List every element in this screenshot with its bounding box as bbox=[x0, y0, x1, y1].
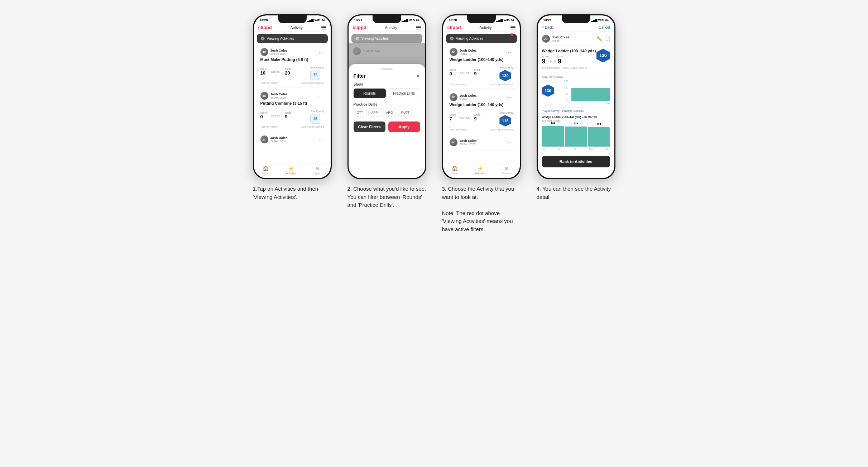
nav-capture-1[interactable]: ⊕ Capture bbox=[313, 166, 322, 175]
nav-capture-label-1: Capture bbox=[313, 172, 322, 175]
practice-session-link[interactable]: Practice Session bbox=[562, 109, 584, 113]
arg-drill-btn[interactable]: ARG bbox=[383, 109, 397, 116]
battery-icon-2: 84 bbox=[416, 19, 419, 22]
settings-icon-2: ⚙️ bbox=[355, 37, 359, 40]
viewing-bar-3[interactable]: ⚙️ Viewing Activities bbox=[446, 34, 517, 43]
bar-chart bbox=[571, 80, 610, 101]
session-bar-chart: 132 129 124 bbox=[542, 124, 610, 147]
activity-card-3-3[interactable]: JC Josh Coles 28 Feb 2023 ··· bbox=[446, 135, 517, 151]
apply-btn[interactable]: Apply bbox=[388, 121, 420, 132]
chart-hexagon: 130 bbox=[542, 85, 554, 97]
app-drill-btn[interactable]: APP bbox=[368, 109, 381, 116]
home-icon-3: 🏠 bbox=[452, 166, 458, 171]
detail-outof: OUT OF bbox=[547, 60, 556, 63]
shots-label-1-1: Shots bbox=[285, 68, 291, 70]
card-footer-1-2: Test Information Data: Clippd Capture bbox=[260, 125, 324, 128]
back-to-activities-btn[interactable]: Back to Activities bbox=[542, 156, 610, 167]
viewing-bar-2-bg: ⚙️ Viewing Activities bbox=[349, 34, 425, 43]
outof-1-2: OUT OF bbox=[271, 114, 280, 117]
phone-2-frame: 13:21 ▂▄▆ WiFi 84 clippd Activity bbox=[347, 14, 426, 179]
card-user-3-1: JC Josh Coles Today bbox=[450, 48, 477, 56]
activity-card-1-3[interactable]: JC Josh Coles 28 Feb 2023 ··· bbox=[257, 133, 328, 148]
nav-activities-1[interactable]: ⚡ Activities bbox=[286, 166, 296, 175]
detail-user-date: Today bbox=[552, 39, 569, 42]
sq-badge-3-2: 118 bbox=[499, 115, 511, 127]
menu-icon-2[interactable] bbox=[416, 26, 421, 29]
nav-capture-3[interactable]: ⊕ Capture bbox=[502, 166, 511, 175]
rounds-toggle[interactable]: Rounds bbox=[354, 89, 386, 98]
modal-handle bbox=[381, 68, 393, 70]
phone-3-screen: 13:20 ▂▄▆ WiFi 84 clippd Activity bbox=[443, 15, 520, 178]
phone-2-column: 13:21 ▂▄▆ WiFi 84 clippd Activity bbox=[344, 14, 430, 209]
capture-icon-1: ⊕ bbox=[315, 166, 320, 171]
shots-group-1-1: Shots 20 bbox=[285, 68, 291, 76]
shotquality-wrap-1-2: Shot Quality 45 bbox=[310, 107, 324, 124]
more-icon-1-2[interactable]: ··· bbox=[319, 93, 324, 99]
caption-1: 1.Tap on Activities and then 'Viewing Ac… bbox=[253, 185, 332, 201]
detail-score-section: Wedge Ladder (100–140 yds) Score Shots 9… bbox=[538, 46, 614, 72]
more-icon-1-1[interactable]: ··· bbox=[319, 49, 324, 55]
phone-1-screen: 13:20 ▂▄▆ WiFi 84 clippd Activity bbox=[254, 15, 331, 178]
activity-card-1-2[interactable]: JC Josh Coles 28 Feb 2023 ··· Putting Co… bbox=[257, 89, 328, 131]
user-name-1-1: Josh Coles bbox=[270, 49, 288, 52]
viewing-bar-2: ⚙️ Viewing Activities bbox=[351, 34, 422, 43]
close-icon-filter[interactable]: ✕ bbox=[416, 73, 420, 79]
user-date-1-2: 28 Feb 2023 bbox=[270, 96, 288, 99]
avatar-1-1: JC bbox=[260, 48, 268, 56]
battery-icon-4: 84 bbox=[605, 19, 609, 22]
cancel-button[interactable]: Cancel bbox=[599, 25, 610, 29]
edit-icon[interactable]: ✏️ bbox=[597, 36, 603, 42]
shots-value-1-2: 9 bbox=[285, 114, 291, 119]
filter-title: Filter bbox=[354, 73, 366, 79]
nav-home-1[interactable]: 🏠 Home bbox=[262, 166, 269, 175]
card-title-1-2: Putting Combine (3-15 ft) bbox=[260, 101, 324, 105]
back-button[interactable]: < Back bbox=[542, 25, 553, 29]
sq-badge-1-1: 75 bbox=[310, 70, 320, 80]
status-time-1: 13:20 bbox=[260, 18, 268, 22]
filter-modal: Filter ✕ Show Rounds Practice Drills Pra… bbox=[349, 64, 425, 178]
phone-1-column: 13:20 ▂▄▆ WiFi 84 clippd Activity bbox=[249, 14, 335, 201]
menu-icon-1[interactable] bbox=[321, 26, 326, 29]
drill-buttons-row: OTT APP ARG PUTT bbox=[354, 109, 420, 116]
user-info-3-1: Josh Coles Today bbox=[460, 49, 477, 56]
activity-card-1-1[interactable]: JC Josh Coles 28 Feb 2023 ··· Must Make … bbox=[257, 45, 328, 87]
activity-card-3-2[interactable]: JC Josh Coles Today ··· Wedge Ladder (10… bbox=[446, 90, 517, 134]
activity-card-3-1[interactable]: JC Josh Coles Today ··· Wedge Ladder (10… bbox=[446, 45, 517, 89]
clear-filters-btn[interactable]: Clear Filters bbox=[354, 121, 385, 132]
expand-icon[interactable]: ⛶ bbox=[605, 36, 610, 42]
more-icon-1-3[interactable]: ··· bbox=[319, 137, 324, 142]
card-header-1-2: JC Josh Coles 28 Feb 2023 ··· bbox=[260, 92, 324, 100]
wifi-icon-3: WiFi bbox=[504, 19, 510, 22]
score-label-4: Score bbox=[542, 55, 548, 58]
menu-icon-3[interactable] bbox=[510, 26, 515, 29]
detail-score: 9 bbox=[542, 58, 546, 65]
footer-left-1-2: Test Information bbox=[260, 125, 278, 128]
score-label-1-2: Score bbox=[260, 111, 267, 114]
home-icon-1: 🏠 bbox=[263, 166, 269, 171]
y-axis: 130 100 50 0 bbox=[556, 80, 569, 101]
ott-drill-btn[interactable]: OTT bbox=[354, 109, 366, 116]
score-group-1-2: Score 0 bbox=[260, 111, 267, 119]
nav-activities-3[interactable]: ⚡ Activities bbox=[475, 166, 485, 175]
viewing-bar-text-2: Viewing Activities bbox=[361, 37, 389, 40]
nav-home-3[interactable]: 🏠 Home bbox=[451, 166, 458, 175]
shots-group-1-2: Shots 9 bbox=[285, 111, 291, 119]
capture-icon-3: ⊕ bbox=[504, 166, 509, 171]
practice-drills-toggle[interactable]: Practice Drills bbox=[388, 89, 420, 98]
more-icon-3-1[interactable]: ··· bbox=[508, 49, 513, 55]
signal-icon-4: ▂▄▆ bbox=[591, 19, 597, 22]
putt-drill-btn[interactable]: PUTT bbox=[398, 109, 413, 116]
more-icon-3-2[interactable]: ··· bbox=[508, 94, 513, 100]
footer-left-1-1: Test Information bbox=[260, 82, 278, 84]
data-source-4: Data: Clippd Capture bbox=[563, 67, 586, 69]
chart-container: 130 130 100 50 0 bbox=[542, 80, 610, 101]
show-label: Show bbox=[354, 82, 420, 86]
score-label-1-1: Score bbox=[260, 68, 267, 70]
signal-icon-3: ▂▄▆ bbox=[496, 19, 503, 22]
nav-activities-label-1: Activities bbox=[286, 172, 296, 175]
user-date-3-1: Today bbox=[460, 52, 477, 56]
app-title-2: Activity bbox=[385, 25, 397, 30]
shotquality-wrap-1-1: Shot Quality 75 bbox=[310, 63, 324, 80]
detail-action-icons: ✏️ ⛶ bbox=[597, 36, 610, 42]
viewing-bar-1[interactable]: ⚙️ Viewing Activities bbox=[257, 34, 328, 43]
